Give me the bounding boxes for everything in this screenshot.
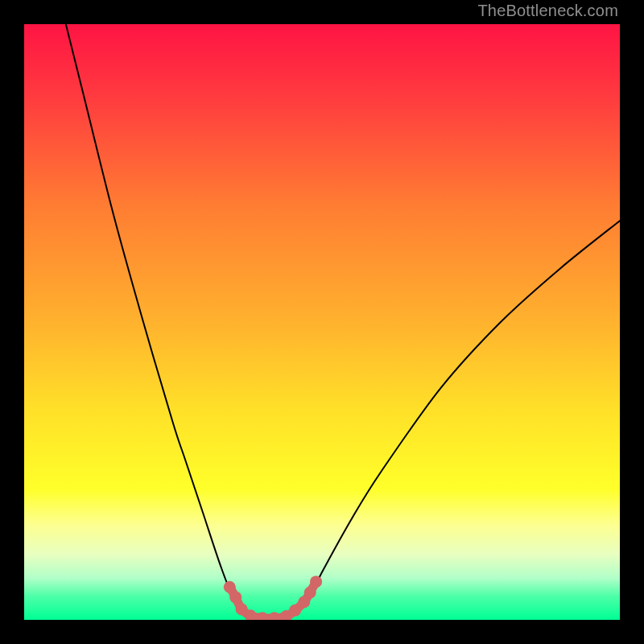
highlight-dot: [310, 576, 322, 588]
highlight-dot: [289, 605, 301, 617]
chart-frame: TheBottleneck.com: [0, 0, 644, 644]
watermark-text: TheBottleneck.com: [477, 2, 618, 20]
plot-area: [24, 24, 620, 620]
highlight-dot: [304, 586, 316, 598]
highlight-dot: [229, 591, 242, 603]
chart-svg: [24, 24, 620, 620]
highlight-dot: [224, 581, 236, 593]
gradient-background: [24, 24, 620, 620]
